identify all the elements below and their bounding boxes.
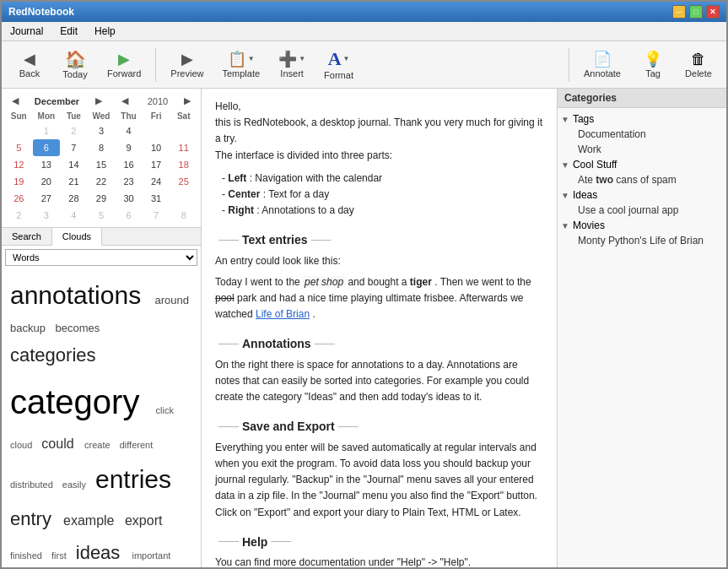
cat-tags-documentation[interactable]: Documentation (558, 127, 726, 142)
example-petshop: pet shop (303, 276, 345, 288)
calendar-prev-month[interactable]: ◀ (8, 94, 22, 108)
minimize-button[interactable]: ─ (672, 5, 686, 19)
cal-day-6-5[interactable]: 6 (115, 207, 143, 224)
cal-day-5-6[interactable]: 31 (143, 190, 170, 207)
word-cloud[interactable]: cloud (10, 440, 38, 450)
center-panel[interactable]: Hello,this is RedNotebook, a desktop jou… (202, 89, 558, 567)
cal-day-5-4[interactable]: 29 (88, 190, 116, 207)
maximize-button[interactable]: □ (689, 5, 703, 19)
word-create[interactable]: create (84, 440, 116, 450)
cal-day-3-5[interactable]: 16 (115, 156, 143, 173)
cal-day-4-4[interactable]: 22 (88, 173, 116, 190)
cat-ideas-parent[interactable]: ▼ Ideas (558, 187, 726, 203)
cal-day-6-3[interactable]: 4 (60, 207, 88, 224)
tab-clouds[interactable]: Clouds (52, 228, 102, 246)
cal-day-2-1[interactable]: 5 (5, 139, 33, 156)
tab-bar: Search Clouds (2, 228, 201, 246)
cat-movies-lifeofbrian[interactable]: Monty Python's Life of Brian (558, 233, 726, 248)
cal-day-2-3[interactable]: 7 (60, 139, 88, 156)
cal-day-5-2[interactable]: 27 (33, 190, 61, 207)
delete-button[interactable]: 🗑 Delete (677, 45, 720, 85)
cat-coolstuff-cans[interactable]: Ate two cans of spam (558, 172, 726, 187)
word-click[interactable]: click (156, 405, 174, 415)
cal-day-3-1[interactable]: 12 (5, 156, 33, 173)
cal-day-6-2[interactable]: 3 (33, 207, 61, 224)
cal-day-4-2[interactable]: 20 (33, 173, 61, 190)
word-example[interactable]: example (63, 513, 121, 528)
cal-day-4-7[interactable]: 25 (170, 173, 197, 190)
cat-coolstuff-parent[interactable]: ▼ Cool Stuff (558, 157, 726, 172)
word-category[interactable]: category (10, 383, 153, 420)
cal-day-5-1[interactable]: 26 (5, 190, 33, 207)
annotate-button[interactable]: 📄 Annotate (576, 45, 628, 85)
word-export[interactable]: export (125, 513, 162, 528)
word-important[interactable]: important (132, 550, 170, 561)
cal-day-1-3[interactable]: 2 (60, 122, 88, 139)
cal-day-3-2[interactable]: 13 (33, 156, 61, 173)
cal-day-2-2[interactable]: 6 (33, 139, 61, 156)
cat-tags-work[interactable]: Work (558, 142, 726, 157)
words-dropdown[interactable]: Words Tags Categories (5, 249, 197, 266)
word-could[interactable]: could (41, 436, 81, 451)
cal-day-5-3[interactable]: 28 (60, 190, 88, 207)
cal-header-mon: Mon (33, 110, 61, 122)
menu-edit[interactable]: Edit (55, 24, 83, 39)
word-ideas[interactable]: ideas (76, 542, 129, 563)
word-finished[interactable]: finished (10, 550, 48, 561)
cal-day-2-4[interactable]: 8 (88, 139, 116, 156)
word-becomes[interactable]: becomes (56, 322, 100, 334)
word-entry[interactable]: entry (10, 508, 60, 529)
cat-ideas-journal[interactable]: Use a cool journal app (558, 203, 726, 218)
forward-button[interactable]: ▶ Forward (100, 45, 148, 85)
calendar-next-month[interactable]: ▶ (92, 94, 105, 108)
tag-button[interactable]: 💡 Tag (632, 45, 674, 85)
word-easily[interactable]: easily (62, 480, 92, 490)
cat-movies-parent[interactable]: ▼ Movies (558, 218, 726, 233)
format-button[interactable]: A ▼ Format (316, 45, 361, 85)
word-backup[interactable]: backup (10, 322, 52, 334)
menu-journal[interactable]: Journal (5, 24, 48, 39)
insert-button[interactable]: ➕ ▼ Insert (271, 45, 313, 85)
cat-tags-parent[interactable]: ▼ Tags (558, 111, 726, 127)
menu-help[interactable]: Help (89, 24, 121, 39)
cal-day-3-4[interactable]: 15 (88, 156, 116, 173)
cal-day-6-7[interactable]: 8 (170, 207, 197, 224)
word-different[interactable]: different (120, 440, 154, 450)
cal-day-2-7[interactable]: 11 (170, 139, 197, 156)
calendar-next-year[interactable]: ▶ (181, 94, 194, 108)
preview-button[interactable]: ▶ Preview (163, 45, 211, 85)
today-button[interactable]: 🏠 Today (54, 45, 96, 85)
cal-day-4-3[interactable]: 21 (60, 173, 88, 190)
cal-day-6-6[interactable]: 7 (143, 207, 170, 224)
nav-center-key: Center (228, 188, 260, 200)
cal-day-2-6[interactable]: 10 (143, 139, 170, 156)
back-button[interactable]: ◀ Back (8, 45, 51, 85)
word-around[interactable]: around (154, 294, 188, 306)
tab-search[interactable]: Search (2, 228, 52, 245)
word-annotations[interactable]: annotations (10, 281, 151, 309)
word-first[interactable]: first (51, 550, 73, 561)
word-entries[interactable]: entries (95, 465, 171, 493)
cat-ideas-arrow-icon: ▼ (561, 191, 569, 200)
cal-day-3-7[interactable]: 18 (170, 156, 197, 173)
cal-day-2-5[interactable]: 9 (115, 139, 143, 156)
word-distributed[interactable]: distributed (10, 480, 59, 490)
calendar-year[interactable]: 2010 (148, 96, 168, 106)
word-categories[interactable]: categories (10, 344, 96, 366)
cal-day-1-2[interactable]: 1 (33, 122, 61, 139)
cal-day-3-6[interactable]: 17 (143, 156, 170, 173)
cal-day-4-6[interactable]: 24 (143, 173, 170, 190)
title-bar: RedNotebook ─ □ ✕ (2, 2, 726, 22)
cal-day-1-4[interactable]: 3 (88, 122, 116, 139)
cal-day-5-5[interactable]: 30 (115, 190, 143, 207)
cal-day-4-5[interactable]: 23 (115, 173, 143, 190)
cal-day-3-3[interactable]: 14 (60, 156, 88, 173)
cal-day-4-1[interactable]: 19 (5, 173, 33, 190)
template-button[interactable]: 📋 ▼ Template (214, 45, 267, 85)
cal-day-1-5[interactable]: 4 (115, 122, 143, 139)
cal-day-6-1[interactable]: 2 (5, 207, 33, 224)
example-lifeofbrian-link[interactable]: Life of Brian (256, 308, 310, 320)
cal-day-6-4[interactable]: 5 (88, 207, 116, 224)
calendar-prev-year[interactable]: ◀ (118, 94, 132, 108)
close-button[interactable]: ✕ (706, 5, 720, 19)
